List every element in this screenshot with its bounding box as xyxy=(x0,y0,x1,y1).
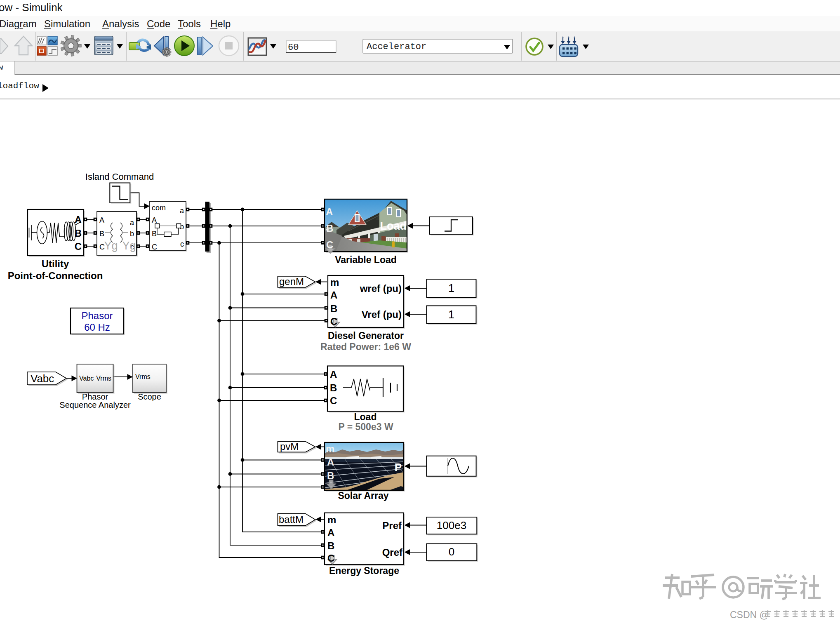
svg-text:B: B xyxy=(326,223,333,234)
svg-text:m: m xyxy=(326,443,334,454)
svg-text:m: m xyxy=(327,514,336,525)
svg-text:Yg: Yg xyxy=(104,240,118,252)
svg-text:m: m xyxy=(330,277,339,288)
svg-text:B: B xyxy=(327,540,334,551)
svg-text:Island Command: Island Command xyxy=(85,172,154,182)
svg-text:Scope: Scope xyxy=(138,392,161,401)
svg-text:com: com xyxy=(152,204,166,212)
svg-text:B: B xyxy=(152,230,157,238)
svg-text:P = 500e3 W: P = 500e3 W xyxy=(338,421,393,432)
svg-text:Vref (pu): Vref (pu) xyxy=(362,309,402,320)
svg-text:A: A xyxy=(327,527,334,538)
svg-text:Vabc: Vabc xyxy=(79,375,94,382)
svg-text:B: B xyxy=(330,303,337,314)
svg-text:Utility: Utility xyxy=(42,258,69,269)
svg-text:B: B xyxy=(327,470,334,481)
svg-text:Vrms: Vrms xyxy=(135,373,151,380)
svg-text:Phasor: Phasor xyxy=(82,392,108,401)
svg-text:Phasor: Phasor xyxy=(81,310,113,321)
svg-text:Point-of-Connection: Point-of-Connection xyxy=(8,270,103,281)
svg-text:CSDN @: CSDN @ xyxy=(730,609,769,620)
svg-text:A: A xyxy=(152,216,157,224)
svg-text:0: 0 xyxy=(449,546,454,558)
svg-text:Qref: Qref xyxy=(382,547,403,558)
svg-text:1: 1 xyxy=(448,282,454,294)
svg-text:Energy Storage: Energy Storage xyxy=(329,565,399,576)
svg-text:C: C xyxy=(327,553,334,564)
svg-text:Load: Load xyxy=(354,412,377,422)
svg-text:B: B xyxy=(330,382,337,393)
svg-text:60 Hz: 60 Hz xyxy=(84,322,110,333)
svg-text:genM: genM xyxy=(279,276,304,287)
svg-text:C: C xyxy=(330,316,337,327)
svg-text:a: a xyxy=(130,219,134,227)
svg-text:B: B xyxy=(75,228,82,239)
svg-text:Vabc: Vabc xyxy=(31,372,54,385)
svg-text:1: 1 xyxy=(448,308,454,321)
svg-text:a: a xyxy=(180,207,184,215)
svg-text:Pref: Pref xyxy=(382,520,402,531)
svg-text:Yg: Yg xyxy=(122,240,136,252)
svg-text:Variable Load: Variable Load xyxy=(335,254,397,265)
svg-text:100e3: 100e3 xyxy=(437,519,466,532)
svg-text:c: c xyxy=(180,240,184,248)
svg-text:A: A xyxy=(99,216,104,224)
svg-text:Vrms: Vrms xyxy=(96,375,111,382)
svg-text:Rated Power: 1e6 W: Rated Power: 1e6 W xyxy=(320,341,411,352)
svg-text:A: A xyxy=(330,289,337,301)
svg-text:C: C xyxy=(152,243,157,251)
svg-text:A: A xyxy=(326,206,333,217)
svg-text:battM: battM xyxy=(279,514,304,525)
svg-text:B: B xyxy=(99,230,104,238)
svg-text:Diesel Generator: Diesel Generator xyxy=(328,330,404,341)
svg-text:b: b xyxy=(130,230,134,238)
svg-text:Sequence Analyzer: Sequence Analyzer xyxy=(59,400,131,409)
svg-text:Solar Array: Solar Array xyxy=(338,490,388,501)
svg-text:A: A xyxy=(327,456,334,468)
svg-text:C: C xyxy=(330,395,337,406)
svg-text:C: C xyxy=(326,239,333,250)
svg-text:wref (pu): wref (pu) xyxy=(360,283,402,294)
svg-text:A: A xyxy=(330,369,337,380)
svg-text:pvM: pvM xyxy=(280,441,299,452)
svg-text:Load: Load xyxy=(380,220,407,232)
svg-text:C: C xyxy=(75,241,82,252)
svg-text:A: A xyxy=(75,214,82,225)
svg-text:P: P xyxy=(395,461,402,473)
